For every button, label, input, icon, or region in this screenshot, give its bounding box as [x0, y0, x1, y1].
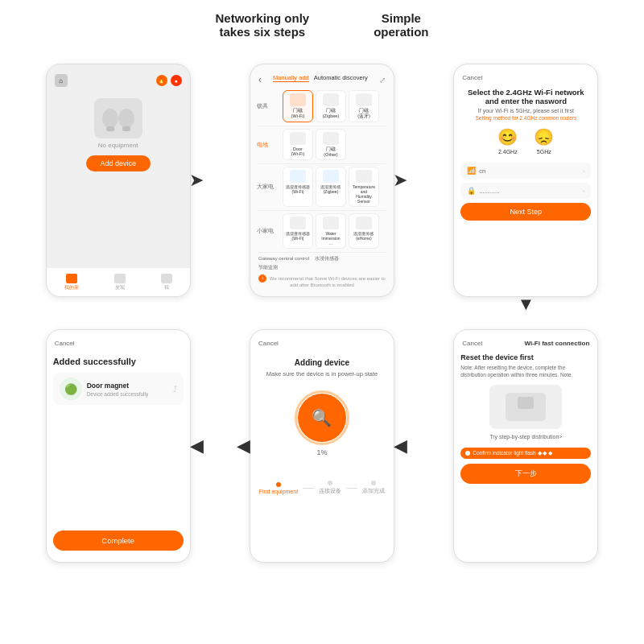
sad-icon: 😞	[534, 127, 554, 147]
footer-note-text: We recommend that Some Wi-Fi devices are…	[270, 276, 386, 287]
arrow-2-to-3: ➤	[393, 170, 407, 191]
wifi-field[interactable]: 📶 cn ›	[460, 163, 591, 179]
phone4-next-btn[interactable]: 下一步	[460, 464, 591, 484]
door-other-icon	[290, 132, 306, 145]
wifi-title: Select the 2.4GHz Wi-Fi network and ente…	[460, 88, 591, 105]
device-reset-inner	[506, 393, 546, 421]
reset-section-title: Reset the device first	[460, 353, 591, 361]
phone3-cell: Cancel Select the 2.4GHz Wi-Fi network a…	[453, 64, 598, 297]
device-door-bt-label: 门磁(蓝牙)	[357, 108, 370, 118]
header-col1: Networking only takes six steps	[215, 11, 309, 39]
device-reset-img	[489, 385, 562, 429]
wifi-24-label: 2.4GHz	[498, 149, 518, 155]
phone2-frame: ‹ Manually add Automatic discovery ⤢ 锁具 …	[250, 64, 394, 297]
step-find-dot	[276, 482, 281, 487]
device-temp3[interactable]: Temperature andHumidity Sensor	[349, 167, 379, 207]
device-door-other2[interactable]: 门磁(Other)	[316, 129, 346, 160]
device-door-zigbee[interactable]: 门磁(Zigbee)	[316, 90, 346, 122]
device-water2-label: Water Immersion...	[321, 231, 340, 246]
device-magnet-icon: 🟢	[60, 378, 82, 400]
nav-home[interactable]: 我的家	[64, 274, 79, 291]
device-door-other[interactable]: Door(Wi-Fi)	[283, 129, 313, 160]
wifi-subtitle: If your Wi-Fi is 5GHz, please set it fir…	[460, 108, 591, 114]
nav-home-icon	[66, 274, 77, 283]
device-water3[interactable]: 温湿度传感(eHome)	[349, 213, 379, 249]
adding-title: Adding device	[257, 358, 387, 367]
back-chevron[interactable]: ‹	[258, 74, 262, 85]
bell-icon: ●	[171, 75, 182, 86]
next-step-button[interactable]: Next Step	[460, 203, 591, 221]
pass-dropdown-icon: ›	[583, 188, 585, 195]
phone5-cell: Cancel Adding device Make sure the devic…	[250, 329, 394, 563]
cat-small-label: 小家电	[257, 227, 279, 235]
home-icon: ⌂	[55, 74, 68, 87]
device-temp2[interactable]: 温湿度传感(Zigbee)	[316, 167, 346, 207]
device-water1[interactable]: 温湿度传感器(Wi-Fi)	[283, 213, 313, 249]
temp2-icon	[323, 170, 339, 183]
header-simple-line2: operation	[374, 25, 428, 39]
step-find-label: Find equipment	[259, 489, 298, 494]
phone4-cell: Cancel Wi-Fi fast connection Reset the d…	[453, 329, 598, 563]
tab-auto[interactable]: Automatic discovery	[314, 74, 368, 82]
phone4-title: Wi-Fi fast connection	[524, 340, 589, 347]
arrow-1-to-2: ➤	[189, 170, 204, 191]
device-door-wifi[interactable]: 门磁(Wi-Fi)	[283, 90, 313, 122]
complete-button[interactable]: Complete	[53, 530, 184, 551]
earbuds-illustration	[94, 98, 142, 138]
wifi-link[interactable]: Setting method for 2.4GHz common routers	[460, 115, 591, 121]
device-door-zigbee-label: 门磁(Zigbee)	[323, 108, 339, 118]
phone4-frame: Cancel Wi-Fi fast connection Reset the d…	[453, 329, 598, 563]
header-col2: Simple operation	[374, 11, 428, 39]
step-find: Find equipment	[259, 482, 298, 494]
arrow-3-to-4: ▼	[517, 294, 535, 315]
phone6-cancel[interactable]: Cancel	[53, 336, 184, 350]
device-desc: Device added successfully	[87, 391, 168, 397]
phone6-frame: Cancel Added successfully 🟢 Door magnet …	[46, 329, 191, 563]
phone1-cell: ⌂ 🔥 ● No equipment Add devi	[46, 64, 191, 297]
device-door-bt[interactable]: 门磁(蓝牙)	[349, 90, 379, 122]
header-title-line1: Networking only	[215, 11, 309, 25]
device-water2[interactable]: Water Immersion...	[316, 213, 346, 249]
cat-electric-label: 电地	[257, 141, 279, 149]
wifi-24-item: 😊 2.4GHz	[497, 127, 518, 155]
nav-discover[interactable]: 发现	[114, 274, 126, 291]
cat-major-label: 大家电	[257, 183, 279, 191]
try-link[interactable]: Try step-by-step distribution>	[460, 434, 591, 440]
phone5-frame: Cancel Adding device Make sure the devic…	[250, 329, 394, 563]
gateway-row: Gateway central control 水浸传感器	[257, 255, 387, 262]
phone3-frame: Cancel Select the 2.4GHz Wi-Fi network a…	[453, 64, 598, 297]
header-simple-line1: Simple	[374, 11, 428, 25]
phone4-cancel[interactable]: Cancel	[462, 340, 482, 347]
step-line-1	[303, 488, 314, 489]
device-temp-sensor[interactable]: 温湿度传感器(Wi-Fi)	[283, 167, 313, 207]
door-wifi-icon	[290, 93, 306, 106]
arrow-5-to-6: ◀	[190, 436, 204, 456]
phone5-cancel[interactable]: Cancel	[257, 336, 387, 350]
step-complete-dot	[371, 481, 376, 485]
wifi-name: cn	[479, 167, 579, 175]
add-device-button[interactable]: Add device	[86, 155, 151, 171]
smiley-icon: 😊	[497, 127, 518, 147]
nav-discover-label: 发现	[115, 284, 125, 291]
device-door-other2-label: 门磁(Other)	[324, 147, 337, 157]
confirm-badge: Confirm indicator light flash ◆ ◆ ◆	[460, 448, 591, 459]
confirm-text: Confirm indicator light flash ◆ ◆ ◆	[473, 450, 552, 456]
password-field[interactable]: 🔒 ............ ›	[460, 183, 591, 199]
expand-icon[interactable]: ⤢	[379, 76, 386, 85]
phone3-cancel[interactable]: Cancel	[460, 71, 591, 85]
device-door-wifi-label: 门磁(Wi-Fi)	[291, 108, 305, 118]
device-temp3-label: Temperature andHumidity Sensor	[353, 184, 375, 204]
phone1-frame: ⌂ 🔥 ● No equipment Add devi	[46, 64, 191, 297]
step-connect-dot	[328, 481, 332, 485]
success-title: Added successfully	[53, 357, 184, 366]
header-title-line2: takes six steps	[215, 25, 309, 39]
phone2-cell: ‹ Manually add Automatic discovery ⤢ 锁具 …	[250, 64, 394, 297]
share-icon[interactable]: ⤴	[173, 385, 177, 394]
svg-rect-3	[122, 126, 130, 131]
wifi-icon: 📶	[467, 167, 476, 175]
phone6-cell: Cancel Added successfully 🟢 Door magnet …	[46, 329, 191, 563]
water2-icon	[323, 217, 339, 229]
other-row: 节能监测	[257, 264, 387, 271]
nav-me[interactable]: 我	[161, 274, 172, 291]
tab-manually[interactable]: Manually add	[273, 74, 309, 82]
